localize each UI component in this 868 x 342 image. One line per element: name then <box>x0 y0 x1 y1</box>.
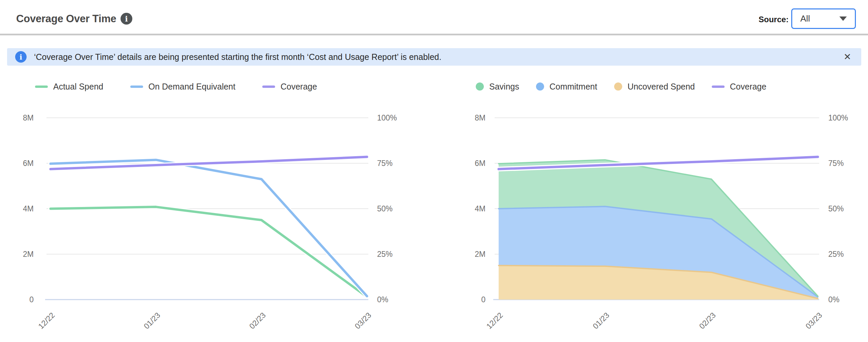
legend-stacked-chart: SavingsCommitmentUncovered SpendCoverage <box>476 81 766 92</box>
coverage-over-time-widget: Coverage Over Time i Source: All i ‘Cove… <box>0 0 868 342</box>
line-actual-spend <box>51 207 367 297</box>
y-axis-tick-left: 0 <box>29 295 34 304</box>
legend-swatch-savings <box>476 83 484 91</box>
y-axis-tick-right: 25% <box>377 250 393 258</box>
coverage-stacked-area-chart: 8M100%6M75%4M50%2M25%00%12/2201/2302/230… <box>455 101 868 337</box>
x-axis-tick: 12/22 <box>485 311 504 331</box>
legend-label: On Demand Equivalent <box>149 82 235 92</box>
y-axis-tick-left: 2M <box>475 250 486 258</box>
legend-label: Coverage <box>280 82 317 92</box>
legend-label: Actual Spend <box>53 82 103 92</box>
header-divider <box>0 34 868 35</box>
y-axis-tick-left: 8M <box>23 114 34 122</box>
legend-swatch-uncovered-spend <box>614 83 622 91</box>
legend-item-savings[interactable]: Savings <box>476 82 519 92</box>
banner-info-icon-glyph: i <box>20 53 22 61</box>
source-label: Source: <box>758 15 788 24</box>
legend-item-coverage[interactable]: Coverage <box>712 82 766 92</box>
legend-item-actual-spend[interactable]: Actual Spend <box>35 82 103 92</box>
legend-item-coverage[interactable]: Coverage <box>262 82 317 92</box>
x-axis-tick: 01/23 <box>591 311 611 331</box>
legend-item-uncovered-spend[interactable]: Uncovered Spend <box>614 82 695 92</box>
y-axis-tick-left: 2M <box>23 250 34 258</box>
x-axis-tick: 01/23 <box>142 311 162 331</box>
close-icon[interactable]: ✕ <box>843 48 851 66</box>
legend-label: Savings <box>489 82 519 92</box>
y-axis-tick-right: 25% <box>828 250 844 258</box>
y-axis-tick-left: 4M <box>23 204 34 213</box>
y-axis-tick-left: 8M <box>475 114 486 122</box>
line-on-demand-equivalent <box>51 160 367 296</box>
y-axis-tick-right: 75% <box>828 159 844 168</box>
y-axis-tick-right: 100% <box>828 114 848 122</box>
banner-info-icon: i <box>15 51 27 63</box>
info-banner: i ‘Coverage Over Time’ details are being… <box>7 48 861 66</box>
x-axis-tick: 12/22 <box>36 311 56 331</box>
y-axis-tick-left: 6M <box>23 159 34 168</box>
page-title: Coverage Over Time <box>16 13 116 25</box>
y-axis-tick-right: 50% <box>828 204 844 213</box>
legend-swatch-coverage <box>712 86 724 88</box>
line-halo-on-demand-equivalent <box>51 160 367 296</box>
line-halo-actual-spend <box>51 207 367 297</box>
y-axis-tick-left: 4M <box>475 204 486 213</box>
spend-line-chart: 8M100%6M75%4M50%2M25%00%12/2201/2302/230… <box>0 101 424 337</box>
x-axis-tick: 02/23 <box>697 311 717 331</box>
legend-swatch-on-demand-equivalent <box>130 86 143 88</box>
y-axis-tick-right: 0% <box>828 295 839 304</box>
x-axis-tick: 03/23 <box>804 311 824 331</box>
source-dropdown-value: All <box>800 13 839 24</box>
legend-label: Uncovered Spend <box>628 82 695 92</box>
y-axis-tick-left: 0 <box>481 295 486 304</box>
info-icon[interactable]: i <box>121 13 132 25</box>
x-axis-tick: 02/23 <box>247 311 267 331</box>
x-axis-tick: 03/23 <box>353 311 373 331</box>
info-icon-glyph: i <box>125 14 128 23</box>
legend-item-commitment[interactable]: Commitment <box>536 82 597 92</box>
y-axis-tick-right: 75% <box>377 159 393 168</box>
legend-swatch-coverage <box>262 86 275 88</box>
legend-label: Commitment <box>550 82 597 92</box>
y-axis-tick-right: 100% <box>377 114 397 122</box>
y-axis-tick-right: 50% <box>377 204 393 213</box>
banner-message: ‘Coverage Over Time’ details are being p… <box>34 52 441 62</box>
legend-swatch-commitment <box>536 83 544 91</box>
legend-label: Coverage <box>730 82 766 92</box>
chevron-down-icon <box>839 17 847 21</box>
legend-swatch-actual-spend <box>35 86 48 88</box>
y-axis-tick-right: 0% <box>377 295 388 304</box>
y-axis-tick-left: 6M <box>475 159 486 168</box>
legend-line-chart: Actual SpendOn Demand EquivalentCoverage <box>35 81 317 92</box>
legend-item-on-demand-equivalent[interactable]: On Demand Equivalent <box>130 82 235 92</box>
source-dropdown[interactable]: All <box>791 8 856 29</box>
